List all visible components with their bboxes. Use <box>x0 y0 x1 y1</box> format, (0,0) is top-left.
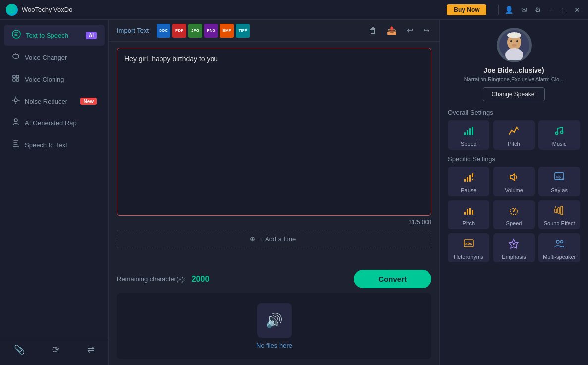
maximize-button[interactable]: □ <box>560 5 568 15</box>
settings-multi-speaker[interactable]: Multi-speaker <box>538 233 580 262</box>
svg-point-48 <box>513 243 515 245</box>
emphasis-label: Emphasis <box>502 254 526 260</box>
speaker-name: Joe Bide...clusive) <box>448 66 580 74</box>
editor-section: Hey girl, happy birthday to you 31/5,000… <box>109 42 439 265</box>
settings-emphasis[interactable]: Emphasis <box>493 233 535 262</box>
svg-point-15 <box>510 40 512 42</box>
svg-point-49 <box>556 240 559 243</box>
sidebar-item-speech-to-text[interactable]: Speech to Text <box>4 135 105 155</box>
sidebar-bottom: 📎 ⟳ ⇌ <box>0 338 108 361</box>
sidebar-item-voice-cloning[interactable]: Voice Cloning <box>4 69 105 89</box>
sidebar-item-label: Text to Speech <box>26 32 68 39</box>
multi-speaker-label: Multi-speaker <box>543 254 576 260</box>
minimize-button[interactable]: ─ <box>547 5 556 15</box>
add-line-bar[interactable]: ⊕ + Add a Line <box>117 230 431 248</box>
overall-settings-grid: Speed Pitch Music <box>448 120 580 150</box>
svg-rect-2 <box>13 54 19 58</box>
svg-rect-28 <box>472 173 473 177</box>
sidebar-item-label: Speech to Text <box>25 141 67 149</box>
settings-sound-effect[interactable]: Sound Effect <box>538 200 580 229</box>
settings-icon[interactable]: ⚙ <box>533 5 543 15</box>
mail-icon[interactable]: ✉ <box>519 5 529 15</box>
settings-volume[interactable]: Volume <box>493 167 535 196</box>
svg-point-50 <box>561 241 563 243</box>
bmp-icon[interactable]: BMP <box>220 24 234 38</box>
sidebar-item-ai-rap[interactable]: AI Generated Rap <box>4 113 105 133</box>
svg-point-17 <box>512 44 517 47</box>
sidebar-item-text-to-speech[interactable]: Text to Speech AI <box>4 25 105 46</box>
speed-label: Speed <box>461 141 477 147</box>
redo-icon[interactable]: ↪ <box>421 24 431 37</box>
svg-point-16 <box>516 40 518 42</box>
svg-text:123: 123 <box>559 177 563 180</box>
user-icon[interactable]: 👤 <box>503 5 515 15</box>
settings-speed-specific[interactable]: Speed <box>493 200 535 229</box>
sidebar-item-voice-changer[interactable]: Voice Changer <box>4 48 105 67</box>
settings-pause[interactable]: Pause <box>448 167 489 196</box>
svg-text:abc: abc <box>465 241 472 246</box>
attach-icon[interactable]: 📎 <box>10 342 29 357</box>
emphasis-icon <box>508 238 519 252</box>
settings-pitch[interactable]: Pitch <box>493 120 535 150</box>
ai-badge: AI <box>86 32 97 39</box>
loop-icon[interactable]: ⟳ <box>48 342 63 357</box>
volume-label: Volume <box>505 187 523 193</box>
drop-zone-text: No files here <box>256 342 292 349</box>
doc-icon[interactable]: DOC <box>157 24 170 38</box>
voice-cloning-icon <box>12 74 20 84</box>
close-button[interactable]: ✕ <box>572 5 582 15</box>
buy-now-button[interactable]: Buy Now <box>447 4 486 15</box>
editor-text: Hey girl, happy birthday to you <box>124 55 424 63</box>
change-speaker-button[interactable]: Change Speaker <box>483 87 544 101</box>
volume-icon <box>508 172 519 185</box>
svg-rect-27 <box>469 175 471 182</box>
svg-rect-43 <box>561 206 563 215</box>
settings-speed[interactable]: Speed <box>448 120 489 150</box>
svg-point-23 <box>556 132 558 135</box>
svg-rect-36 <box>469 208 471 215</box>
settings-say-as[interactable]: abc 123 Say as <box>538 167 580 196</box>
jpg-icon[interactable]: JPG <box>188 24 202 38</box>
file-type-icons: DOC PDF JPG PNG BMP TIFF <box>157 24 250 38</box>
settings-heteronyms[interactable]: abc Heteronyms <box>448 233 489 262</box>
sidebar-item-noise-reducer[interactable]: Noise Reducer New <box>4 91 105 111</box>
svg-rect-8 <box>16 79 19 81</box>
footer-controls: Remaining character(s): 2000 Convert <box>109 265 439 293</box>
sound-effect-icon <box>554 205 565 218</box>
svg-rect-21 <box>469 128 471 135</box>
add-line-plus-icon: ⊕ <box>250 235 255 243</box>
import-text-link[interactable]: Import Text <box>117 27 149 34</box>
export-icon[interactable]: 📤 <box>385 24 399 37</box>
right-panel: Joe Bide...clusive) Narration,Ringtone,E… <box>439 20 588 365</box>
main-layout: Text to Speech AI Voice Changer <box>0 20 588 365</box>
music-label: Music <box>552 141 567 147</box>
settings-pitch-specific[interactable]: Pitch <box>448 200 489 229</box>
png-icon[interactable]: PNG <box>204 24 218 38</box>
text-editor-box[interactable]: Hey girl, happy birthday to you <box>117 48 431 216</box>
svg-point-10 <box>14 119 17 122</box>
settings-music[interactable]: Music <box>538 120 580 150</box>
drop-zone: 🔊 No files here <box>117 293 431 359</box>
window-controls: 👤 ✉ ⚙ ─ □ ✕ <box>503 5 582 15</box>
speaker-icon: 🔊 <box>266 313 283 329</box>
shuffle-icon[interactable]: ⇌ <box>83 342 99 357</box>
sound-effect-label: Sound Effect <box>544 220 575 226</box>
content-area: Import Text DOC PDF JPG PNG BMP TIFF 🗑 📤… <box>109 20 439 365</box>
specific-settings-title: Specific Settings <box>448 156 580 163</box>
tiff-icon[interactable]: TIFF <box>236 24 250 38</box>
noise-reducer-icon <box>12 96 20 106</box>
svg-rect-7 <box>13 79 15 81</box>
delete-icon[interactable]: 🗑 <box>367 24 379 37</box>
speech-to-text-icon <box>12 140 20 150</box>
specific-settings-grid: Pause Volume abc 123 <box>448 167 580 262</box>
title-bar: WooTechy VoxDo Buy Now 👤 ✉ ⚙ ─ □ ✕ <box>0 0 588 20</box>
speaker-tags: Narration,Ringtone,Exclusive Alarm Clo..… <box>448 76 580 82</box>
svg-point-18 <box>507 32 521 38</box>
svg-rect-19 <box>464 132 466 135</box>
heteronyms-icon: abc <box>463 238 474 252</box>
say-as-label: Say as <box>551 187 568 193</box>
undo-icon[interactable]: ↩ <box>405 24 415 37</box>
text-to-speech-icon <box>12 30 21 41</box>
pdf-icon[interactable]: PDF <box>172 24 186 38</box>
convert-button[interactable]: Convert <box>354 270 431 288</box>
